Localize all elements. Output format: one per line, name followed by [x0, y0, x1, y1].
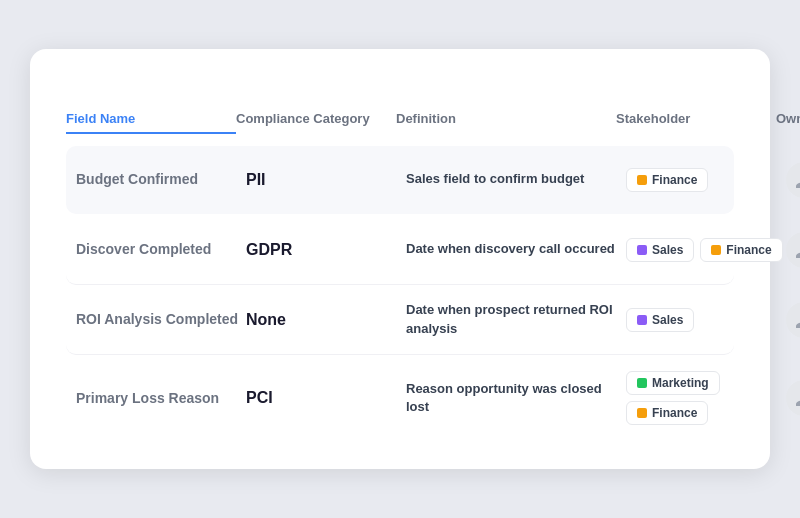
compliance-category: PCI [246, 389, 406, 407]
table-row: Primary Loss ReasonPCIReason opportunity… [66, 355, 734, 441]
stakeholders: MarketingFinance [626, 371, 786, 425]
data-dictionary-card: Field NameCompliance CategoryDefinitionS… [30, 49, 770, 470]
column-header-compliance-category[interactable]: Compliance Category [236, 111, 396, 134]
definition-text: Date when prospect returned ROI analysis [406, 301, 626, 339]
badge-color-dot [637, 175, 647, 185]
definition-text: Reason opportunity was closed lost [406, 380, 626, 418]
compliance-category: PII [246, 171, 406, 189]
table-header [66, 103, 734, 111]
column-header-stakeholder[interactable]: Stakeholder [616, 111, 776, 134]
badge-color-dot [637, 245, 647, 255]
column-headers: Field NameCompliance CategoryDefinitionS… [66, 111, 734, 142]
stakeholders: Finance [626, 168, 786, 192]
badge-label: Sales [652, 313, 683, 327]
table-row: Discover CompletedGDPRDate when discover… [66, 216, 734, 285]
badge-label: Finance [652, 406, 697, 420]
avatar [786, 162, 800, 198]
stakeholders: SalesFinance [626, 238, 786, 262]
stakeholder-badge: Finance [626, 168, 708, 192]
stakeholder-badge: Sales [626, 308, 694, 332]
badge-label: Finance [652, 173, 697, 187]
table-row: ROI Analysis CompletedNoneDate when pros… [66, 285, 734, 356]
field-name: Budget Confirmed [76, 170, 246, 190]
field-name: ROI Analysis Completed [76, 310, 246, 330]
table-body: Budget ConfirmedPIISales field to confir… [66, 146, 734, 442]
column-header-owner[interactable]: Owner [776, 111, 800, 134]
field-name: Discover Completed [76, 240, 246, 260]
column-header-definition[interactable]: Definition [396, 111, 616, 134]
stakeholder-badge: Finance [700, 238, 782, 262]
table-row: Budget ConfirmedPIISales field to confir… [66, 146, 734, 214]
definition-text: Date when discovery call occured [406, 240, 626, 259]
avatar [786, 380, 800, 416]
compliance-category: GDPR [246, 241, 406, 259]
badge-color-dot [637, 408, 647, 418]
field-name: Primary Loss Reason [76, 389, 246, 409]
stakeholders: Sales [626, 308, 786, 332]
column-header-field-name[interactable]: Field Name [66, 111, 236, 134]
definition-text: Sales field to confirm budget [406, 170, 626, 189]
avatar [786, 232, 800, 268]
badge-label: Marketing [652, 376, 709, 390]
compliance-category: None [246, 311, 406, 329]
badge-label: Finance [726, 243, 771, 257]
badge-label: Sales [652, 243, 683, 257]
stakeholder-badge: Marketing [626, 371, 720, 395]
stakeholder-badge: Finance [626, 401, 708, 425]
badge-color-dot [711, 245, 721, 255]
badge-color-dot [637, 378, 647, 388]
badge-color-dot [637, 315, 647, 325]
avatar [786, 302, 800, 338]
stakeholder-badge: Sales [626, 238, 694, 262]
